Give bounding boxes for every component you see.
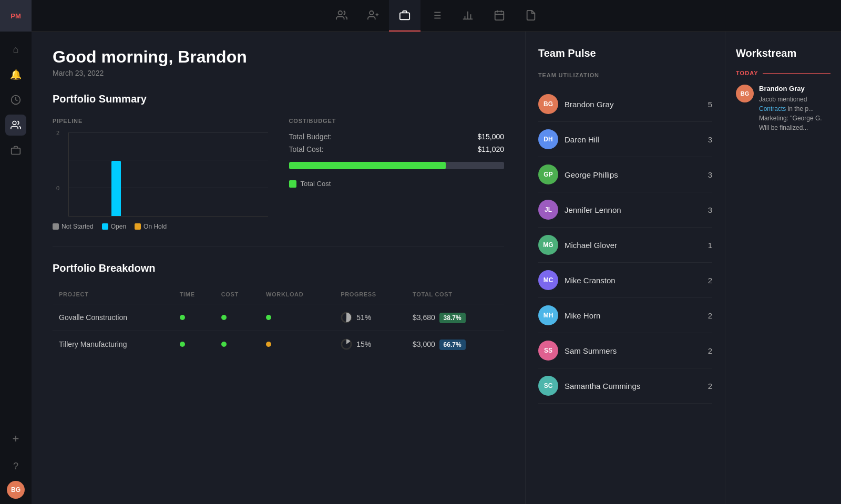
total-budget-row: Total Budget: $15,000 — [289, 132, 505, 141]
project-name: Govalle Construction — [53, 304, 173, 331]
team-member-name: Michael Glover — [565, 241, 708, 250]
svg-point-3 — [339, 11, 342, 14]
svg-rect-7 — [400, 13, 409, 19]
table-row[interactable]: Tillery Manufacturing 15% $3,000 66.7% — [53, 331, 504, 358]
workstream-avatar: BG — [736, 85, 754, 102]
team-member-name: Mike Horn — [565, 311, 708, 320]
team-member-name: Sam Summers — [565, 346, 708, 355]
team-member-row[interactable]: GP George Phillips 3 — [538, 157, 712, 192]
divider — [53, 246, 504, 246]
sidebar-bottom: + ? BG — [5, 426, 26, 504]
workload-status — [260, 331, 334, 358]
workstream-item: BG Brandon Gray Jacob mentioned Contract… — [736, 85, 830, 132]
team-member-count: 2 — [708, 276, 712, 285]
team-avatar: SC — [538, 376, 558, 396]
team-member-name: Jennifer Lennon — [565, 205, 708, 214]
open-dot — [102, 223, 108, 230]
portfolio-breakdown-title: Portfolio Breakdown — [53, 262, 504, 274]
team-member-count: 5 — [708, 100, 712, 109]
workstream-link[interactable]: Contracts — [759, 105, 786, 112]
team-avatar: MG — [538, 235, 558, 255]
col-workload: WORKLOAD — [260, 287, 334, 304]
legend-on-hold: On Hold — [135, 223, 167, 230]
sidebar-item-work[interactable] — [5, 140, 26, 161]
team-member-count: 3 — [708, 205, 712, 214]
top-navigation — [32, 0, 841, 32]
team-member-row[interactable]: MG Michael Glover 1 — [538, 228, 712, 263]
col-progress: PROGRESS — [334, 287, 406, 304]
total-cost-cell: $3,000 66.7% — [406, 331, 504, 358]
sidebar-item-home[interactable]: ⌂ — [5, 39, 26, 60]
budget-bar-container — [289, 162, 505, 169]
total-cost-cell: $3,680 38.7% — [406, 304, 504, 331]
col-total-cost: TOTAL COST — [406, 287, 504, 304]
team-member-row[interactable]: MH Mike Horn 2 — [538, 298, 712, 333]
team-member-name: George Phillips — [565, 170, 708, 179]
team-member-name: Mike Cranston — [565, 276, 708, 285]
cost-legend: Total Cost — [289, 180, 505, 188]
budget-bar-fill — [289, 162, 446, 169]
progress-cell: 51% — [334, 304, 406, 331]
time-status — [173, 331, 215, 358]
sidebar-item-clock[interactable] — [5, 89, 26, 110]
topnav-briefcase[interactable] — [389, 0, 420, 32]
cost-status — [215, 331, 260, 358]
team-members-list: BG Brandon Gray 5 DH Daren Hill 3 GP Geo… — [538, 87, 712, 404]
team-member-row[interactable]: JL Jennifer Lennon 3 — [538, 192, 712, 228]
not-started-dot — [53, 223, 59, 230]
pipeline-label: PIPELINE — [53, 118, 268, 124]
workstream-panel: Workstream TODAY BG Brandon Gray Jacob m… — [725, 32, 841, 504]
bar-open — [111, 161, 121, 216]
team-avatar: JL — [538, 200, 558, 220]
team-member-row[interactable]: BG Brandon Gray 5 — [538, 87, 712, 122]
cost-budget-label: COST/BUDGET — [289, 118, 505, 124]
main-panel: Good morning, Brandon March 23, 2022 Por… — [32, 32, 526, 504]
team-member-count: 1 — [708, 241, 712, 250]
chart-legend: Not Started Open On Hold — [53, 223, 268, 230]
topnav-document[interactable] — [515, 0, 547, 32]
team-member-row[interactable]: DH Daren Hill 3 — [538, 122, 712, 157]
sidebar-add-button[interactable]: + — [5, 428, 26, 449]
topnav-user-add[interactable] — [357, 0, 389, 32]
topnav-chart-bars[interactable] — [452, 0, 484, 32]
team-pulse-panel: Team Pulse TEAM UTILIZATION BG Brandon G… — [526, 32, 725, 504]
svg-point-1 — [13, 121, 16, 125]
main-wrapper: Good morning, Brandon March 23, 2022 Por… — [32, 0, 841, 504]
topnav-list[interactable] — [420, 0, 452, 32]
team-utilization-label: TEAM UTILIZATION — [538, 72, 712, 78]
breakdown-table: PROJECT TIME COST WORKLOAD PROGRESS TOTA… — [53, 287, 504, 357]
content-area: Good morning, Brandon March 23, 2022 Por… — [32, 32, 841, 504]
on-hold-dot — [135, 223, 141, 230]
sidebar-help-button[interactable]: ? — [5, 456, 26, 477]
team-avatar: MH — [538, 305, 558, 325]
workstream-content: Jacob mentioned Contracts in the p... Ma… — [759, 95, 830, 132]
team-member-row[interactable]: SS Sam Summers 2 — [538, 333, 712, 368]
sidebar-item-notifications[interactable]: 🔔 — [5, 64, 26, 85]
svg-rect-18 — [495, 11, 504, 19]
topnav-calendar[interactable] — [484, 0, 515, 32]
today-label: TODAY — [736, 70, 830, 76]
portfolio-summary-title: Portfolio Summary — [53, 93, 504, 105]
sidebar-item-people[interactable] — [5, 115, 26, 136]
col-time: TIME — [173, 287, 215, 304]
legend-open: Open — [102, 223, 126, 230]
team-member-row[interactable]: SC Samantha Cummings 2 — [538, 368, 712, 404]
topnav-users-group[interactable] — [326, 0, 357, 32]
svg-rect-2 — [12, 148, 20, 155]
pipeline-section: PIPELINE 2 0 Not Star — [53, 118, 268, 230]
team-pulse-title: Team Pulse — [538, 47, 712, 59]
team-avatar: DH — [538, 129, 558, 149]
col-cost: COST — [215, 287, 260, 304]
greeting-date: March 23, 2022 — [53, 69, 504, 77]
workload-status — [260, 304, 334, 331]
time-status — [173, 304, 215, 331]
user-avatar[interactable]: BG — [7, 481, 25, 499]
team-member-row[interactable]: MC Mike Cranston 2 — [538, 263, 712, 298]
table-row[interactable]: Govalle Construction 51% $3,680 38.7% — [53, 304, 504, 331]
team-member-count: 2 — [708, 346, 712, 355]
app-logo: PM — [0, 0, 32, 32]
col-project: PROJECT — [53, 287, 173, 304]
team-member-count: 2 — [708, 311, 712, 320]
pipeline-bar-chart: 2 0 — [68, 132, 268, 217]
workstream-person-name: Brandon Gray — [759, 85, 830, 92]
